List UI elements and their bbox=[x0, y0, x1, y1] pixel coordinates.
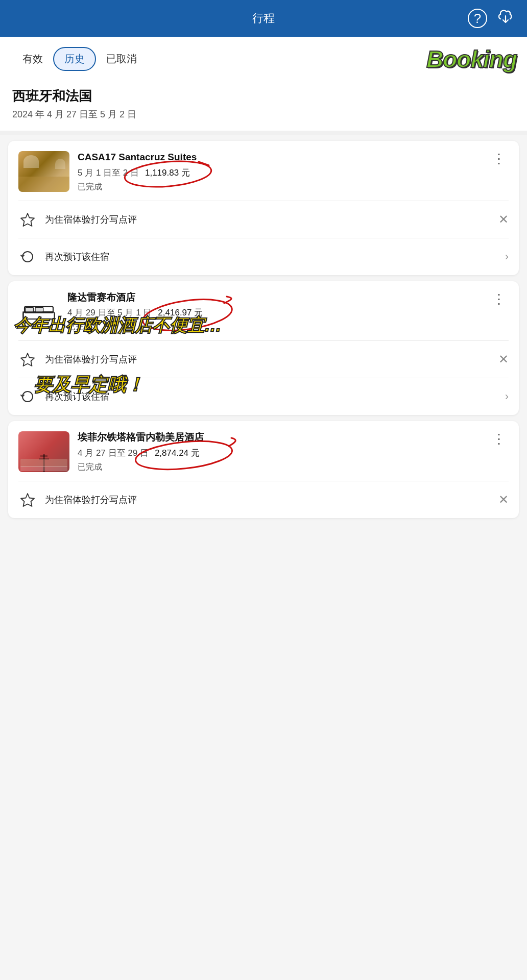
svg-rect-7 bbox=[35, 307, 43, 312]
header-icons: ? bbox=[468, 8, 515, 30]
app-header: 行程 ? bbox=[0, 0, 527, 37]
review-action-2[interactable]: 为住宿体验打分写点评 ✕ bbox=[8, 341, 519, 378]
booking-section-3: 埃菲尔铁塔格雷内勒美居酒店 4 月 27 日至 29 日 2,874.24 元 … bbox=[0, 421, 527, 518]
hotel-dates-price-3: 4 月 27 日至 29 日 2,874.24 元 bbox=[78, 447, 490, 459]
svg-marker-3 bbox=[21, 213, 34, 226]
overlay-text-2: 要及早定哦！ bbox=[34, 374, 144, 396]
review-action-3[interactable]: 为住宿体验打分写点评 ✕ bbox=[8, 481, 519, 518]
help-icon[interactable]: ? bbox=[468, 9, 487, 28]
trip-title: 西班牙和法国 bbox=[12, 87, 515, 105]
rebook-label-1: 再次预订该住宿 bbox=[45, 251, 505, 263]
hotel-price-3: 2,874.24 元 bbox=[155, 447, 200, 459]
booking-row-3[interactable]: 埃菲尔铁塔格雷内勒美居酒店 4 月 27 日至 29 日 2,874.24 元 … bbox=[8, 421, 519, 481]
booking-logo: Booking bbox=[426, 45, 517, 73]
booking-card-3: 埃菲尔铁塔格雷内勒美居酒店 4 月 27 日至 29 日 2,874.24 元 … bbox=[8, 421, 519, 518]
trip-header: 西班牙和法国 2024 年 4 月 27 日至 5 月 2 日 bbox=[0, 79, 527, 131]
star-icon-1 bbox=[18, 210, 37, 229]
booking-row-1[interactable]: CASA17 Santacruz Suites 5 月 1 日至 2 日 1,1… bbox=[8, 141, 519, 201]
tab-valid[interactable]: 有效 bbox=[12, 48, 53, 70]
review-label-2: 为住宿体验打分写点评 bbox=[45, 353, 498, 365]
more-button-2[interactable]: ⋮ bbox=[490, 291, 509, 307]
refresh-icon-1 bbox=[18, 248, 37, 266]
hotel-status-3: 已完成 bbox=[78, 462, 490, 473]
booking-section-2: 隆达雷赛布酒店 4 月 29 日至 5 月 1 日 2,416.97 元 已完成… bbox=[0, 281, 527, 415]
star-icon-2 bbox=[18, 350, 37, 369]
hotel-name-1: CASA17 Santacruz Suites bbox=[78, 151, 490, 164]
hotel-name-3: 埃菲尔铁塔格雷内勒美居酒店 bbox=[78, 431, 490, 444]
hotel-dates-3: 4 月 27 日至 29 日 bbox=[78, 447, 149, 459]
hotel-price-1: 1,119.83 元 bbox=[145, 167, 190, 179]
more-button-3[interactable]: ⋮ bbox=[490, 431, 509, 447]
tab-history[interactable]: 历史 bbox=[53, 47, 96, 71]
hotel-info-1: CASA17 Santacruz Suites 5 月 1 日至 2 日 1,1… bbox=[78, 151, 490, 192]
overlay-section: 今年出行欧洲酒店不便宜… 为住宿体验打分写点评 ✕ bbox=[8, 340, 519, 378]
rebook-action-1[interactable]: 再次预订该住宿 › bbox=[8, 238, 519, 275]
overlay-text-1: 今年出行欧洲酒店不便宜… bbox=[13, 315, 222, 336]
more-button-1[interactable]: ⋮ bbox=[490, 151, 509, 167]
booking-card-2: 隆达雷赛布酒店 4 月 29 日至 5 月 1 日 2,416.97 元 已完成… bbox=[8, 281, 519, 415]
tabs-bar: 有效 历史 已取消 Booking bbox=[0, 37, 527, 79]
chevron-right-1: › bbox=[505, 250, 509, 263]
svg-marker-12 bbox=[21, 353, 34, 366]
svg-marker-14 bbox=[21, 494, 34, 506]
hotel-image-1 bbox=[18, 151, 69, 192]
hotel-name-2: 隆达雷赛布酒店 bbox=[67, 291, 490, 304]
review-action-1[interactable]: 为住宿体验打分写点评 ✕ bbox=[8, 201, 519, 238]
star-icon-3 bbox=[18, 491, 37, 509]
close-review-2[interactable]: ✕ bbox=[498, 352, 509, 366]
chevron-right-2: › bbox=[505, 390, 509, 403]
hotel-status-1: 已完成 bbox=[78, 182, 490, 192]
review-label-3: 为住宿体验打分写点评 bbox=[45, 494, 498, 506]
trip-dates: 2024 年 4 月 27 日至 5 月 2 日 bbox=[12, 108, 515, 120]
booking-card-1: CASA17 Santacruz Suites 5 月 1 日至 2 日 1,1… bbox=[8, 141, 519, 275]
download-icon[interactable] bbox=[496, 8, 515, 30]
hotel-image-3 bbox=[18, 431, 69, 472]
hotel-dates-1: 5 月 1 日至 2 日 bbox=[78, 167, 139, 179]
svg-rect-6 bbox=[26, 307, 34, 312]
hotel-info-3: 埃菲尔铁塔格雷内勒美居酒店 4 月 27 日至 29 日 2,874.24 元 … bbox=[78, 431, 490, 473]
review-label-1: 为住宿体验打分写点评 bbox=[45, 213, 498, 226]
hotel-dates-price-1: 5 月 1 日至 2 日 1,119.83 元 bbox=[78, 167, 490, 179]
header-title: 行程 bbox=[252, 11, 275, 26]
close-review-3[interactable]: ✕ bbox=[498, 493, 509, 507]
tab-cancelled[interactable]: 已取消 bbox=[96, 48, 147, 70]
close-review-1[interactable]: ✕ bbox=[498, 212, 509, 227]
